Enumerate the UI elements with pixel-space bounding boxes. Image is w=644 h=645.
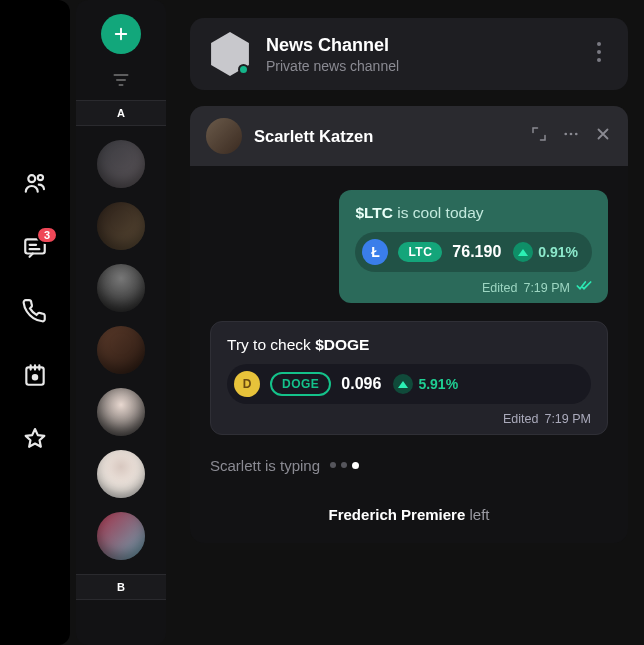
contact-avatar[interactable] [97, 326, 145, 374]
svg-point-1 [38, 175, 43, 180]
system-message-name: Frederich Premiere [329, 506, 466, 523]
edited-label: Edited [503, 412, 538, 426]
presence-online-icon [238, 64, 249, 75]
contact-avatar[interactable] [97, 140, 145, 188]
svg-point-6 [597, 50, 601, 54]
chat-panel: Scarlett Katzen $LTC [190, 106, 628, 543]
svg-point-5 [597, 42, 601, 46]
contact-avatar[interactable] [97, 388, 145, 436]
system-message: Frederich Premiere left [210, 506, 608, 523]
contacts-list [97, 126, 145, 574]
calls-icon[interactable] [22, 298, 48, 324]
ticker-price: 0.096 [341, 375, 381, 393]
doge-coin-icon: D [234, 371, 260, 397]
messages-badge: 3 [36, 226, 58, 244]
filter-icon[interactable] [105, 70, 137, 90]
nav-rail: 3 [0, 0, 70, 645]
ticker-price: 76.190 [452, 243, 501, 261]
contacts-section-a: A [76, 100, 166, 126]
message-text: Try to check $DOGE [227, 336, 591, 354]
edited-label: Edited [482, 281, 517, 295]
svg-point-4 [33, 375, 37, 379]
messages-icon[interactable]: 3 [22, 234, 48, 260]
people-icon[interactable] [22, 170, 48, 196]
ltc-coin-icon: Ł [362, 239, 388, 265]
trend-up-icon [393, 374, 413, 394]
chat-header: Scarlett Katzen [190, 106, 628, 166]
contacts-rail: A B [76, 0, 166, 645]
add-contact-button[interactable] [101, 14, 141, 54]
ticker-symbol: LTC [398, 242, 442, 262]
channel-subtitle: Private news channel [266, 58, 574, 74]
message-received[interactable]: Try to check $DOGE D DOGE 0.096 5.91% Ed… [210, 321, 608, 435]
close-icon[interactable] [594, 125, 612, 147]
svg-point-0 [28, 175, 35, 182]
notes-icon[interactable] [22, 362, 48, 388]
ticker-symbol: DOGE [270, 372, 331, 396]
svg-point-9 [570, 133, 573, 136]
svg-point-7 [597, 58, 601, 62]
message-time: 7:19 PM [523, 281, 570, 295]
contact-avatar[interactable] [97, 512, 145, 560]
typing-dots-icon [330, 462, 359, 469]
message-time: 7:19 PM [544, 412, 591, 426]
channel-header-card[interactable]: News Channel Private news channel [190, 18, 628, 90]
contact-avatar[interactable] [97, 264, 145, 312]
chat-more-icon[interactable] [562, 125, 580, 147]
favorites-icon[interactable] [22, 426, 48, 452]
ticker-widget[interactable]: Ł LTC 76.190 0.91% [355, 232, 592, 272]
message-text: $LTC is cool today [355, 204, 592, 222]
system-message-action: left [469, 506, 489, 523]
expand-icon[interactable] [530, 125, 548, 147]
chat-avatar[interactable] [206, 118, 242, 154]
channel-avatar [208, 32, 252, 76]
read-receipt-icon [576, 280, 592, 295]
ticker-change: 0.91% [538, 244, 578, 260]
contact-avatar[interactable] [97, 202, 145, 250]
typing-text: Scarlett is typing [210, 457, 320, 474]
channel-title: News Channel [266, 35, 574, 56]
channel-menu-button[interactable] [588, 32, 610, 76]
ticker-change: 5.91% [418, 376, 458, 392]
ticker-widget[interactable]: D DOGE 0.096 5.91% [227, 364, 591, 404]
svg-point-10 [575, 133, 578, 136]
chat-title: Scarlett Katzen [254, 127, 518, 146]
trend-up-icon [513, 242, 533, 262]
svg-point-8 [564, 133, 567, 136]
contacts-section-b: B [76, 574, 166, 600]
contact-avatar[interactable] [97, 450, 145, 498]
main-content: News Channel Private news channel Scarle… [166, 0, 644, 645]
typing-indicator: Scarlett is typing [210, 457, 608, 474]
message-sent[interactable]: $LTC is cool today Ł LTC 76.190 0.91% Ed… [339, 190, 608, 303]
